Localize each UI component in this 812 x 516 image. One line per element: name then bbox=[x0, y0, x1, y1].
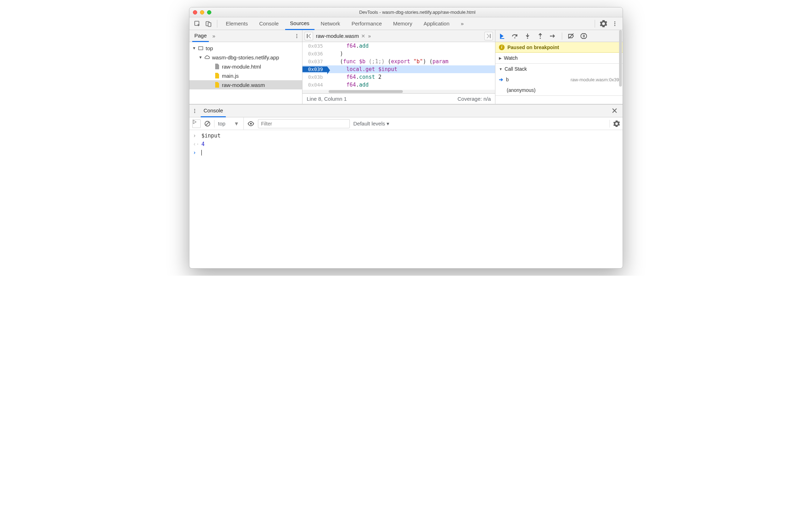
triangle-down-icon: ▼ bbox=[499, 67, 502, 71]
code-line[interactable]: 0x035 f64.add bbox=[302, 42, 495, 50]
maximize-window-icon[interactable] bbox=[207, 10, 211, 14]
svg-rect-9 bbox=[199, 47, 203, 50]
editor-pane: raw-module.wasm ✕ » 0x035 f64.add0x036 )… bbox=[302, 30, 495, 104]
file-icon bbox=[214, 82, 220, 88]
gutter[interactable]: 0x037 bbox=[302, 59, 327, 64]
step-out-icon[interactable] bbox=[536, 32, 544, 40]
step-icon[interactable] bbox=[549, 32, 557, 40]
svg-point-8 bbox=[296, 37, 298, 38]
editor-tab-close-icon[interactable]: ✕ bbox=[361, 33, 365, 39]
svg-line-23 bbox=[206, 122, 209, 125]
tree-domain[interactable]: ▼ wasm-dbg-stories.netlify.app bbox=[189, 53, 302, 62]
svg-point-24 bbox=[250, 123, 252, 124]
frame-icon bbox=[198, 45, 204, 51]
frame-location: raw-module.wasm:0x39 bbox=[571, 77, 619, 82]
prompt-chevron-icon: › bbox=[193, 149, 198, 156]
minimize-window-icon[interactable] bbox=[200, 10, 204, 14]
step-into-icon[interactable] bbox=[524, 32, 531, 40]
paused-banner: i Paused on breakpoint bbox=[495, 42, 623, 53]
tab-performance[interactable]: Performance bbox=[347, 17, 387, 30]
console-play-icon[interactable] bbox=[192, 119, 201, 128]
tab-sources[interactable]: Sources bbox=[285, 17, 314, 30]
console-settings-gear-icon[interactable] bbox=[613, 121, 620, 127]
callstack-frame[interactable]: ➔braw-module.wasm:0x39 bbox=[495, 74, 623, 85]
code-line[interactable]: 0x037 (func $b (;1;) (export "b") (param bbox=[302, 58, 495, 65]
tab-network[interactable]: Network bbox=[316, 17, 345, 30]
console-filter-input[interactable] bbox=[258, 119, 350, 128]
chevron-down-icon: ▼ bbox=[234, 121, 239, 127]
device-toggle-icon[interactable] bbox=[204, 19, 213, 29]
context-selector[interactable]: top ▼ bbox=[218, 117, 244, 130]
gutter[interactable]: 0x036 bbox=[302, 51, 327, 57]
console-output[interactable]: › $input ‹· 4 › bbox=[189, 130, 623, 268]
callstack-frame[interactable]: (anonymous) bbox=[495, 85, 623, 95]
editor-tabs-overflow[interactable]: » bbox=[368, 33, 371, 39]
console-tab[interactable]: Console bbox=[201, 105, 226, 117]
svg-point-3 bbox=[614, 21, 615, 22]
close-window-icon[interactable] bbox=[193, 10, 197, 14]
editor-tab[interactable]: raw-module.wasm ✕ bbox=[316, 33, 365, 39]
file-raw-module-wasm[interactable]: raw-module.wasm bbox=[189, 80, 302, 89]
step-over-icon[interactable] bbox=[511, 32, 519, 40]
gutter[interactable]: 0x039 bbox=[302, 66, 327, 72]
editor-nav-back-icon[interactable] bbox=[305, 32, 313, 40]
console-output-row: ‹· 4 bbox=[193, 140, 619, 148]
tabs-overflow[interactable]: » bbox=[456, 17, 469, 30]
traffic-lights bbox=[193, 10, 211, 14]
code-text: f64.add bbox=[327, 82, 369, 88]
pause-exceptions-icon[interactable] bbox=[580, 32, 588, 40]
tree-domain-label: wasm-dbg-stories.netlify.app bbox=[212, 54, 279, 60]
log-level-selector[interactable]: Default levels ▾ bbox=[353, 121, 389, 127]
code-editor[interactable]: 0x035 f64.add0x036 )0x037 (func $b (;1;)… bbox=[302, 42, 495, 90]
clear-console-icon[interactable] bbox=[204, 121, 211, 127]
titlebar: DevTools - wasm-dbg-stories.netlify.app/… bbox=[189, 7, 623, 17]
code-line[interactable]: 0x03b f64.const 2 bbox=[302, 73, 495, 81]
debugger-vscrollbar[interactable] bbox=[619, 30, 622, 104]
page-tab[interactable]: Page bbox=[192, 30, 209, 42]
tree-top-label: top bbox=[206, 45, 213, 51]
tab-application[interactable]: Application bbox=[419, 17, 454, 30]
tab-elements[interactable]: Elements bbox=[221, 17, 253, 30]
chevron-left-icon: ‹· bbox=[193, 141, 198, 147]
svg-point-12 bbox=[514, 37, 516, 38]
code-line[interactable]: 0x045 ) bbox=[302, 89, 495, 90]
svg-point-6 bbox=[296, 34, 298, 35]
resume-icon[interactable] bbox=[498, 32, 506, 40]
file-raw-module-html[interactable]: raw-module.html bbox=[189, 62, 302, 71]
gutter[interactable]: 0x044 bbox=[302, 82, 327, 88]
file-main-js[interactable]: main.js bbox=[189, 71, 302, 80]
code-line[interactable]: 0x036 ) bbox=[302, 50, 495, 58]
drawer-kebab-icon[interactable] bbox=[192, 109, 197, 113]
code-line[interactable]: 0x044 f64.add bbox=[302, 81, 495, 89]
files-pane: Page » ▼ top ▼ wasm-dbg-stories.netlify.… bbox=[189, 30, 302, 104]
tab-memory[interactable]: Memory bbox=[388, 17, 417, 30]
live-expression-eye-icon[interactable] bbox=[247, 120, 254, 127]
console-prompt[interactable]: › bbox=[193, 148, 619, 157]
files-tabs-overflow[interactable]: » bbox=[212, 33, 215, 39]
files-kebab-icon[interactable] bbox=[294, 34, 299, 39]
settings-gear-icon[interactable] bbox=[599, 19, 608, 29]
drawer-close-icon[interactable]: ✕ bbox=[609, 106, 620, 116]
editor-nav-forward-icon[interactable] bbox=[484, 32, 493, 40]
code-text: (func $b (;1;) (export "b") (param bbox=[327, 58, 448, 65]
console-drawer: Console ✕ top ▼ Default levels ▾ bbox=[189, 104, 623, 268]
gutter[interactable]: 0x035 bbox=[302, 43, 327, 49]
tree-top[interactable]: ▼ top bbox=[189, 43, 302, 53]
callstack-section[interactable]: ▼ Call Stack bbox=[495, 64, 623, 74]
code-text: f64.const 2 bbox=[327, 74, 381, 80]
gutter[interactable]: 0x03b bbox=[302, 74, 327, 80]
editor-tab-label: raw-module.wasm bbox=[316, 33, 359, 39]
kebab-menu-icon[interactable] bbox=[610, 19, 620, 29]
editor-hscrollbar[interactable] bbox=[302, 90, 495, 93]
deactivate-breakpoints-icon[interactable] bbox=[567, 32, 575, 40]
watch-section[interactable]: ▶ Watch bbox=[495, 53, 623, 63]
code-line[interactable]: 0x039 local.get $input bbox=[302, 65, 495, 73]
inspect-element-icon[interactable] bbox=[192, 19, 202, 29]
tab-console[interactable]: Console bbox=[254, 17, 284, 30]
current-frame-arrow-icon: ➔ bbox=[499, 77, 503, 82]
svg-point-14 bbox=[540, 37, 541, 39]
info-icon: i bbox=[499, 45, 505, 50]
watch-label: Watch bbox=[504, 55, 518, 61]
main-tabs: ElementsConsoleSourcesNetworkPerformance… bbox=[189, 17, 623, 30]
caret-down-icon: ▼ bbox=[199, 55, 202, 59]
